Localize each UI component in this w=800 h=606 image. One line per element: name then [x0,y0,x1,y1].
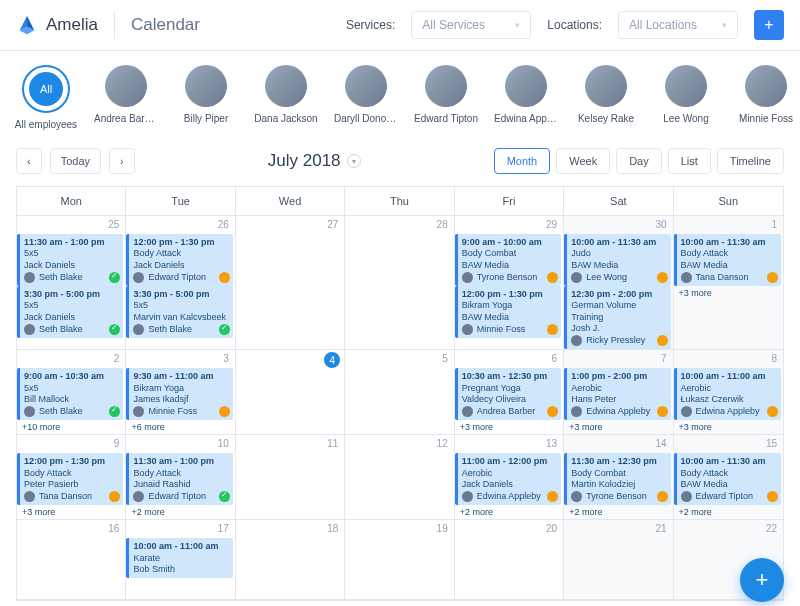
calendar-cell[interactable]: 11 [236,435,345,520]
employee-name: Kelsey Rake [574,113,638,124]
day-header: Thu [345,187,454,216]
more-link[interactable]: +3 more [17,505,125,519]
calendar-event[interactable]: 11:30 am - 1:00 pm5x5Jack DanielsSeth Bl… [17,234,123,286]
today-button[interactable]: Today [50,148,101,174]
calendar-event[interactable]: 1:00 pm - 2:00 pmAerobicHans PeterEdwina… [564,368,670,420]
day-number: 16 [108,523,119,534]
avatar [681,491,692,502]
calendar-cell[interactable]: 16 [17,520,126,600]
brand: Amelia [16,14,98,36]
calendar-event[interactable]: 12:30 pm - 2:00 pmGerman Volume Training… [564,286,670,349]
calendar-event[interactable]: 10:00 am - 11:30 amBody AttackBAW MediaT… [674,234,781,286]
calendar-event[interactable]: 10:00 am - 11:30 amBody AttackBAW MediaE… [674,453,781,505]
calendar-cell[interactable]: 21 [564,520,673,600]
calendar-event[interactable]: 10:00 am - 11:30 amJudoBAW MediaLee Wong [564,234,670,286]
view-tab-week[interactable]: Week [556,148,610,174]
view-tab-day[interactable]: Day [616,148,662,174]
locations-select[interactable]: All Locations ▾ [618,11,738,39]
employee-8[interactable]: Lee Wong [656,65,716,130]
next-button[interactable]: › [109,148,135,174]
services-select[interactable]: All Services ▾ [411,11,531,39]
calendar-cell[interactable]: 39:30 am - 11:00 amBikram YogaJames Ikad… [126,350,235,435]
calendar-cell[interactable]: 299:00 am - 10:00 amBody CombatBAW Media… [455,216,564,350]
calendar-cell[interactable]: 20 [455,520,564,600]
calendar-cell[interactable]: 1710:00 am - 11:00 amKarateBob Smith [126,520,235,600]
calendar-cell[interactable]: 912:00 pm - 1:30 pmBody AttackPeter Pasi… [17,435,126,520]
calendar-cell[interactable]: 3010:00 am - 11:30 amJudoBAW MediaLee Wo… [564,216,673,350]
day-number: 20 [546,523,557,534]
employee-all[interactable]: AllAll employees [16,65,76,130]
calendar-cell[interactable]: 18 [236,520,345,600]
more-link[interactable]: +3 more [455,420,563,434]
calendar-event[interactable]: 10:00 am - 11:00 amAerobicŁukasz Czerwik… [674,368,781,420]
employee-1[interactable]: Andrea Barber [96,65,156,130]
calendar-cell[interactable]: 810:00 am - 11:00 amAerobicŁukasz Czerwi… [674,350,783,435]
calendar-cell[interactable]: 2511:30 am - 1:00 pm5x5Jack DanielsSeth … [17,216,126,350]
calendar-event[interactable]: 12:00 pm - 1:30 pmBody AttackPeter Pasie… [17,453,123,505]
calendar-event[interactable]: 9:00 am - 10:30 am5x5Bill MallockSeth Bl… [17,368,123,420]
calendar-cell[interactable]: 110:00 am - 11:30 amBody AttackBAW Media… [674,216,783,350]
more-link[interactable]: +2 more [564,505,672,519]
status-icon [657,335,668,346]
calendar-cell[interactable]: 28 [345,216,454,350]
avatar [571,272,582,283]
calendar-event[interactable]: 10:00 am - 11:00 amKarateBob Smith [126,538,232,578]
day-number: 14 [655,438,666,449]
calendar-event[interactable]: 12:00 pm - 1:30 pmBody AttackJack Daniel… [126,234,232,286]
calendar-event[interactable]: 11:00 am - 12:00 pmAerobicJack DanielsEd… [455,453,561,505]
calendar-cell[interactable]: 610:30 am - 12:30 pmPregnant YogaValdecy… [455,350,564,435]
more-link[interactable]: +2 more [455,505,563,519]
calendar-event[interactable]: 3:30 pm - 5:00 pm5x5Jack DanielsSeth Bla… [17,286,123,338]
employee-name: Billy Piper [174,113,238,124]
add-button[interactable]: + [754,10,784,40]
more-link[interactable]: +10 more [17,420,125,434]
day-header: Tue [126,187,235,216]
header: Amelia Calendar Services: All Services ▾… [0,0,800,51]
brand-name: Amelia [46,15,98,35]
chevron-down-icon: ▾ [722,20,727,30]
calendar-cell[interactable]: 1510:00 am - 11:30 amBody AttackBAW Medi… [674,435,783,520]
calendar-cell[interactable]: 5 [345,350,454,435]
calendar-event[interactable]: 11:30 am - 12:30 pmBody CombatMartin Kol… [564,453,670,505]
calendar-cell[interactable]: 27 [236,216,345,350]
day-header: Wed [236,187,345,216]
calendar-cell[interactable]: 2612:00 pm - 1:30 pmBody AttackJack Dani… [126,216,235,350]
view-tab-month[interactable]: Month [494,148,551,174]
calendar-event[interactable]: 10:30 am - 12:30 pmPregnant YogaValdecy … [455,368,561,420]
more-link[interactable]: +2 more [674,505,783,519]
avatar [185,65,227,107]
day-number: 13 [546,438,557,449]
employee-4[interactable]: Daryll Donov… [336,65,396,130]
avatar [24,491,35,502]
calendar-cell[interactable]: 19 [345,520,454,600]
calendar-cell[interactable]: 1011:30 am - 1:00 pmBody AttackJunaid Ra… [126,435,235,520]
month-title[interactable]: July 2018 ▾ [143,151,486,171]
calendar-event[interactable]: 3:30 pm - 5:00 pm5x5Marvin van Kalcvsbee… [126,286,232,338]
more-link[interactable]: +3 more [564,420,672,434]
view-tab-list[interactable]: List [668,148,711,174]
calendar-cell[interactable]: 12 [345,435,454,520]
employee-6[interactable]: Edwina Appl… [496,65,556,130]
more-link[interactable]: +2 more [126,505,234,519]
prev-button[interactable]: ‹ [16,148,42,174]
day-number: 29 [546,219,557,230]
employee-2[interactable]: Billy Piper [176,65,236,130]
employee-3[interactable]: Dana Jackson [256,65,316,130]
more-link[interactable]: +6 more [126,420,234,434]
calendar-cell[interactable]: 29:00 am - 10:30 am5x5Bill MallockSeth B… [17,350,126,435]
employee-7[interactable]: Kelsey Rake [576,65,636,130]
employee-5[interactable]: Edward Tipton [416,65,476,130]
calendar-event[interactable]: 9:30 am - 11:00 amBikram YogaJames Ikads… [126,368,232,420]
more-link[interactable]: +3 more [674,420,783,434]
employee-9[interactable]: Minnie Foss [736,65,796,130]
calendar-cell[interactable]: 71:00 pm - 2:00 pmAerobicHans PeterEdwin… [564,350,673,435]
calendar-cell[interactable]: 1411:30 am - 12:30 pmBody CombatMartin K… [564,435,673,520]
calendar-event[interactable]: 12:00 pm - 1:30 pmBikram YogaBAW MediaMi… [455,286,561,338]
more-link[interactable]: +3 more [674,286,783,300]
view-tab-timeline[interactable]: Timeline [717,148,784,174]
calendar-event[interactable]: 9:00 am - 10:00 amBody CombatBAW MediaTy… [455,234,561,286]
calendar-event[interactable]: 11:30 am - 1:00 pmBody AttackJunaid Rash… [126,453,232,505]
fab-add-button[interactable]: + [740,558,784,602]
calendar-cell[interactable]: 4 [236,350,345,435]
calendar-cell[interactable]: 1311:00 am - 12:00 pmAerobicJack Daniels… [455,435,564,520]
